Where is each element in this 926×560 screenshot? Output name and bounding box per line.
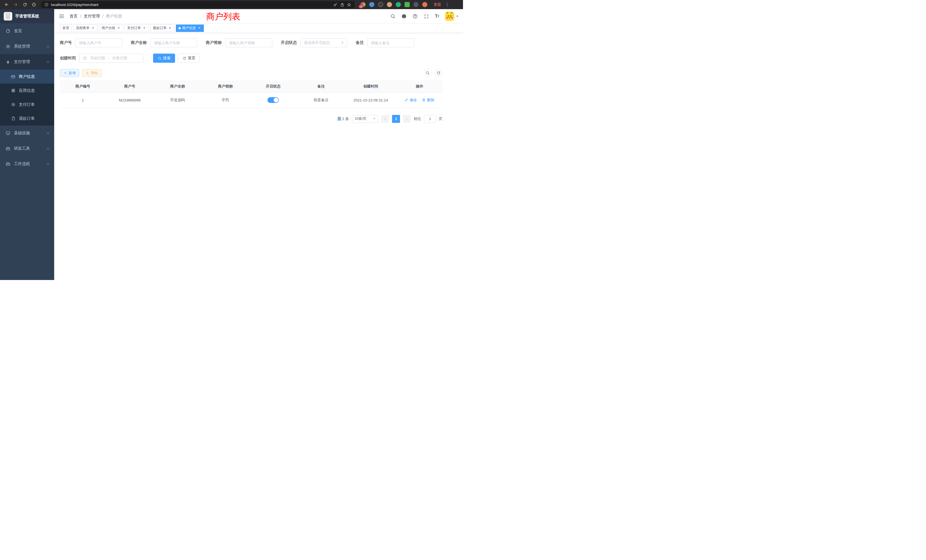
help-icon[interactable] [413, 14, 418, 19]
github-icon[interactable] [401, 14, 407, 19]
navbar-actions [390, 12, 458, 21]
sidebar-item-payment[interactable]: ¥ 支付管理 [0, 54, 54, 70]
site-info-icon[interactable] [44, 3, 48, 6]
user-menu[interactable] [445, 12, 458, 21]
next-page-button[interactable] [403, 115, 411, 123]
back-icon[interactable] [3, 1, 10, 8]
remark-input[interactable] [367, 38, 414, 47]
avatar[interactable] [445, 12, 454, 21]
merchant-name-input[interactable] [150, 38, 197, 47]
short-name-input[interactable] [225, 38, 272, 47]
active-dot [179, 27, 181, 29]
cell-remark: 我是备注 [297, 92, 345, 108]
fullscreen-icon[interactable] [424, 14, 429, 19]
add-button[interactable]: 新增 [60, 69, 79, 77]
goto-prefix: 前往 [414, 117, 421, 121]
toggle-search-button[interactable] [424, 69, 432, 77]
password-key-icon[interactable] [333, 3, 337, 7]
status-select[interactable]: 请选择开启状态 [300, 38, 347, 47]
merchant-table: 商户编号 商户号 商户全称 商户简称 开启状态 备注 创建时间 操作 [60, 80, 442, 108]
bookmark-star-icon[interactable] [347, 3, 351, 7]
search-icon [158, 56, 161, 60]
close-icon[interactable] [197, 26, 201, 30]
goto-page-input[interactable] [424, 115, 436, 123]
browser-chrome: localhost:1024/pay/merchant 10 更新 [0, 0, 463, 9]
tab-refund-order[interactable]: 退款订单 [150, 24, 174, 32]
sidebar-item-workflow[interactable]: 工作流程 [0, 156, 54, 172]
col-remark: 备注 [297, 80, 345, 92]
hamburger-icon[interactable] [59, 14, 64, 19]
credit-card-icon [11, 74, 15, 79]
status-toggle[interactable] [268, 97, 279, 103]
extension-palette-icon[interactable]: 10 [360, 2, 366, 7]
grid-icon [11, 88, 15, 93]
chevron-left-icon [383, 117, 387, 121]
gear-icon [6, 44, 10, 49]
reload-icon[interactable] [21, 1, 29, 8]
sidebar-item-system[interactable]: 系统管理 [0, 39, 54, 54]
table-toolbar: 新增 导出 [60, 69, 442, 77]
download-icon [86, 71, 89, 75]
tab-user-group[interactable]: 用户分组 [99, 24, 123, 32]
search-icon[interactable] [390, 14, 395, 19]
sidebar-item-dev-tools[interactable]: 研发工具 [0, 141, 54, 156]
close-icon[interactable] [142, 26, 146, 30]
tab-home[interactable]: 首页 [60, 24, 72, 32]
end-date-placeholder: 结束日期 [112, 56, 127, 61]
refresh-icon [436, 71, 440, 75]
extension-blue-icon[interactable] [369, 2, 374, 7]
extension-avatar-icon[interactable] [387, 2, 392, 7]
extension-green-check-icon[interactable] [396, 2, 401, 7]
extension-dark-globe-icon[interactable] [378, 2, 383, 7]
tab-process-form[interactable]: 流程表单 [73, 24, 97, 32]
cell-merchant-name: 芋道源码 [154, 92, 201, 108]
tab-merchant-info[interactable]: 商户信息 [176, 24, 204, 32]
breadcrumb-home[interactable]: 首页 [70, 14, 77, 19]
sidebar-item-merchant-info[interactable]: 商户信息 [0, 70, 54, 83]
forward-icon[interactable] [12, 1, 20, 8]
extension-pinwheel-icon[interactable] [413, 2, 419, 7]
page-1-button[interactable]: 1 [392, 115, 400, 123]
col-short-name: 商户简称 [201, 80, 250, 92]
breadcrumb-payment[interactable]: 支付管理 [84, 14, 100, 19]
filter-merchant-name: 商户全称 [131, 38, 197, 47]
browser-menu-icon[interactable] [445, 2, 449, 7]
filter-create-time: 创建时间 开始日期 - 结束日期 [60, 54, 144, 63]
sidebar: 芋道管理系统 首页 系统管理 ¥ 支付管理 [0, 9, 54, 280]
address-bar[interactable]: localhost:1024/pay/merchant [41, 1, 355, 8]
update-button[interactable]: 更新 [434, 2, 441, 7]
date-range-picker[interactable]: 开始日期 - 结束日期 [79, 54, 144, 63]
prev-page-button[interactable] [381, 115, 389, 123]
share-icon[interactable] [340, 3, 344, 7]
sidebar-item-pay-order[interactable]: 支付订单 [0, 97, 54, 112]
sidebar-item-home[interactable]: 首页 [0, 23, 54, 39]
edit-button[interactable]: 修改 [404, 97, 417, 103]
merchant-no-input[interactable] [75, 38, 122, 47]
delete-button[interactable]: 删除 [422, 97, 434, 103]
tab-pay-order[interactable]: 支付订单 [125, 24, 149, 32]
total-count: 共 1 条 [337, 117, 349, 121]
reset-button[interactable]: 重置 [178, 54, 200, 63]
export-button[interactable]: 导出 [82, 69, 101, 77]
close-icon[interactable] [168, 26, 172, 30]
extension-green-square-icon[interactable] [404, 2, 410, 7]
sidebar-logo[interactable]: 芋道管理系统 [0, 9, 54, 23]
close-icon[interactable] [117, 26, 121, 30]
url-text[interactable]: localhost:1024/pay/merchant [51, 3, 331, 7]
app-root: 芋道管理系统 首页 系统管理 ¥ 支付管理 [0, 9, 463, 280]
sidebar-item-app-info[interactable]: 应用信息 [0, 83, 54, 97]
chevron-down-icon [47, 44, 50, 47]
home-icon[interactable] [30, 1, 38, 8]
sidebar-item-refund-order[interactable]: 退款订单 [0, 112, 54, 126]
page-size-select[interactable]: 10条/页 [352, 115, 378, 123]
col-merchant-no: 商户号 [106, 80, 154, 92]
close-icon[interactable] [91, 26, 95, 30]
toolbox-icon [6, 146, 10, 151]
extension-orange-avatar-icon[interactable] [422, 2, 427, 7]
filter-merchant-no: 商户号 [60, 38, 122, 47]
search-button[interactable]: 搜索 [153, 54, 175, 63]
font-size-icon[interactable] [435, 14, 439, 19]
refresh-table-button[interactable] [434, 69, 442, 77]
sidebar-item-infrastructure[interactable]: 基础设施 [0, 126, 54, 141]
trash-icon [422, 98, 426, 102]
